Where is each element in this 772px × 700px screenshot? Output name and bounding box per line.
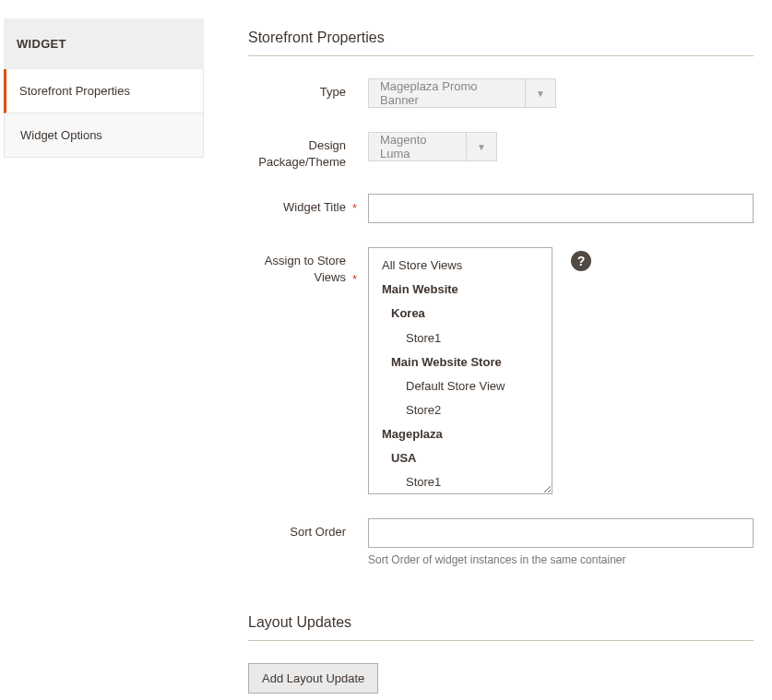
layout-updates-section: Layout Updates Add Layout Update — [248, 603, 754, 694]
field-sort-order: Sort Order Sort Order of widget instance… — [248, 518, 754, 566]
section-title-storefront: Storefront Properties — [248, 18, 754, 56]
label-type: Type — [248, 78, 368, 101]
help-icon[interactable]: ? — [571, 251, 591, 271]
widget-title-input[interactable] — [368, 194, 754, 223]
add-layout-update-button[interactable]: Add Layout Update — [248, 663, 378, 694]
sidebar: WIDGET Storefront Properties Widget Opti… — [4, 18, 204, 694]
store-view-option[interactable]: Store2 — [369, 398, 552, 422]
label-text: Assign to Store Views — [265, 254, 346, 284]
store-view-option[interactable]: Korea — [369, 302, 552, 326]
label-widget-title: Widget Title * — [248, 194, 368, 216]
store-view-option[interactable]: Main Website — [369, 278, 552, 302]
store-view-option[interactable]: Main Website Store — [369, 350, 552, 374]
section-title-layout-updates: Layout Updates — [248, 603, 754, 641]
tab-label: Storefront Properties — [19, 84, 130, 98]
theme-select: Magento Luma ▼ — [368, 132, 497, 161]
label-text: Widget Title — [283, 200, 346, 214]
tab-storefront-properties[interactable]: Storefront Properties — [4, 69, 204, 113]
sort-order-hint: Sort Order of widget instances in the sa… — [368, 553, 625, 566]
label-text: Design Package/Theme — [258, 138, 346, 169]
store-view-option[interactable]: Store1 — [369, 470, 552, 494]
label-theme: Design Package/Theme — [248, 132, 368, 170]
store-views-select[interactable]: All Store ViewsMain WebsiteKoreaStore1Ma… — [368, 247, 552, 494]
theme-select-value: Magento Luma — [369, 133, 467, 160]
type-select-value: Mageplaza Promo Banner — [369, 79, 526, 107]
required-mark: * — [352, 201, 357, 216]
store-view-option[interactable]: All Store Views — [369, 254, 552, 278]
sort-order-input[interactable] — [368, 518, 754, 548]
store-view-option[interactable]: Store1 — [369, 326, 552, 350]
label-text: Sort Order — [290, 525, 346, 539]
page-layout: WIDGET Storefront Properties Widget Opti… — [0, 18, 772, 694]
sidebar-header: WIDGET — [4, 18, 204, 69]
store-view-option[interactable]: USA — [369, 446, 552, 470]
chevron-down-icon: ▼ — [526, 89, 555, 99]
type-select: Mageplaza Promo Banner ▼ — [368, 78, 556, 108]
tab-widget-options[interactable]: Widget Options — [4, 113, 204, 158]
store-view-option[interactable]: Mageplaza — [369, 422, 552, 446]
field-store-views: Assign to Store Views * All Store ViewsM… — [248, 247, 754, 494]
field-type: Type Mageplaza Promo Banner ▼ — [248, 78, 754, 108]
chevron-down-icon: ▼ — [467, 142, 496, 152]
store-view-option[interactable]: Default Store View — [369, 374, 552, 398]
required-mark: * — [352, 272, 357, 287]
tab-label: Widget Options — [20, 128, 102, 142]
label-text: Type — [320, 85, 346, 99]
field-theme: Design Package/Theme Magento Luma ▼ — [248, 132, 754, 170]
main-content: Storefront Properties Type Mageplaza Pro… — [204, 18, 772, 694]
label-sort-order: Sort Order — [248, 518, 368, 540]
field-widget-title: Widget Title * — [248, 194, 754, 223]
label-store-views: Assign to Store Views * — [248, 247, 368, 285]
